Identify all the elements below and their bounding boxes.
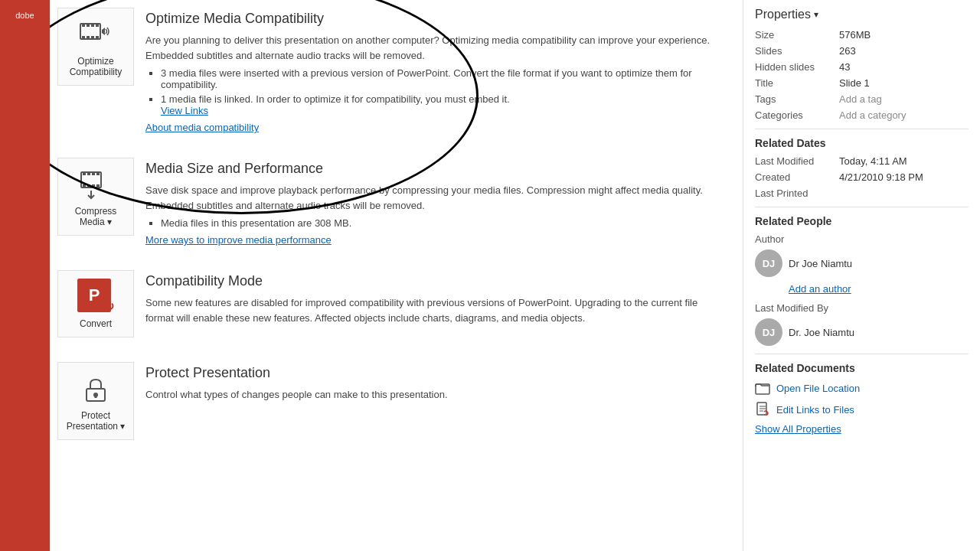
prop-label-hidden: Hidden slides [755, 61, 839, 73]
sidebar: dobe [0, 0, 50, 551]
related-people-title: Related People [755, 215, 969, 227]
show-all-properties-link[interactable]: Show All Properties [755, 423, 969, 435]
prop-value-last-printed [839, 187, 969, 199]
svg-rect-1 [82, 24, 85, 27]
convert-arrow-icon: ↻ [104, 299, 114, 314]
optimize-bullets: 3 media files were inserted with a previ… [161, 67, 720, 116]
view-links-link[interactable]: View Links [161, 105, 208, 116]
prop-value-slides: 263 [839, 45, 969, 57]
compress-button[interactable]: CompressMedia ▾ [57, 158, 134, 236]
properties-title: Properties ▾ [755, 8, 969, 21]
compress-section: CompressMedia ▾ Media Size and Performan… [57, 158, 720, 258]
prop-value-last-modified: Today, 4:11 AM [839, 155, 969, 167]
prop-label-slides: Slides [755, 45, 839, 57]
svg-rect-11 [87, 172, 90, 175]
svg-rect-14 [83, 184, 86, 187]
compress-icon [77, 166, 114, 203]
prop-divider-2 [755, 207, 969, 207]
modifier-name: Dr. Joe Niamtu [789, 327, 854, 338]
svg-rect-16 [92, 184, 95, 187]
protect-section: ProtectPresentation ▾ Protect Presentati… [57, 362, 720, 452]
edit-links-row[interactable]: Edit Links to Files [755, 402, 969, 417]
optimize-icon [77, 16, 114, 53]
svg-rect-15 [87, 184, 90, 187]
prop-value-categories[interactable]: Add a category [839, 109, 969, 121]
svg-rect-6 [87, 36, 90, 39]
prop-divider-1 [755, 129, 969, 129]
prop-label-categories: Categories [755, 109, 839, 121]
modifier-person-row: DJ Dr. Joe Niamtu [755, 318, 969, 346]
compress-bullets: Media files in this presentation are 308… [161, 217, 720, 229]
protect-icon [77, 370, 114, 407]
svg-rect-4 [96, 24, 99, 27]
open-file-location-link[interactable]: Open File Location [776, 383, 860, 394]
svg-rect-10 [83, 172, 86, 175]
svg-rect-20 [95, 395, 97, 398]
convert-button[interactable]: P ↻ Convert [57, 270, 134, 337]
about-media-compatibility-link[interactable]: About media compatibility [145, 122, 259, 133]
protect-icon-label: ProtectPresentation ▾ [67, 410, 126, 432]
convert-description: Some new features are disabled for impro… [145, 295, 720, 325]
prop-row-categories: Categories Add a category [755, 109, 969, 121]
add-author-link[interactable]: Add an author [789, 283, 969, 295]
protect-title: Protect Presentation [145, 365, 720, 381]
related-docs-title: Related Documents [755, 362, 969, 374]
convert-icon: P ↻ [77, 279, 114, 315]
prop-row-author-label: Author [755, 233, 969, 245]
prop-divider-3 [755, 354, 969, 354]
prop-label-author: Author [755, 233, 839, 245]
compress-icon-label: CompressMedia ▾ [75, 206, 117, 227]
protect-description: Control what types of changes people can… [145, 387, 720, 403]
prop-label-modifier: Last Modified By [755, 302, 839, 314]
svg-rect-3 [91, 24, 94, 27]
open-file-location-row[interactable]: Open File Location [755, 380, 969, 396]
related-dates-title: Related Dates [755, 137, 969, 149]
prop-row-modifier-label: Last Modified By [755, 302, 969, 314]
sidebar-app-label: dobe [14, 8, 35, 23]
optimize-content: Optimize Media Compatibility Are you pla… [145, 8, 720, 133]
convert-section: P ↻ Convert Compatibility Mode Some new … [57, 270, 720, 350]
prop-row-last-printed: Last Printed [755, 187, 969, 199]
modifier-avatar: DJ [755, 318, 782, 346]
main-content: OptimizeCompatibility Optimize Media Com… [50, 0, 980, 551]
edit-links-link[interactable]: Edit Links to Files [776, 404, 854, 416]
prop-row-size: Size 576MB [755, 29, 969, 41]
optimize-description: Are you planning to deliver this present… [145, 33, 720, 63]
optimize-button[interactable]: OptimizeCompatibility [57, 8, 134, 86]
svg-rect-7 [91, 36, 94, 39]
svg-rect-8 [96, 36, 99, 39]
prop-label-created: Created [755, 171, 839, 183]
prop-value-size: 576MB [839, 29, 969, 41]
more-ways-link[interactable]: More ways to improve media performance [145, 234, 332, 246]
optimize-icon-label: OptimizeCompatibility [70, 56, 122, 77]
center-panel: OptimizeCompatibility Optimize Media Com… [50, 0, 743, 551]
prop-label-tags: Tags [755, 93, 839, 105]
svg-rect-17 [96, 184, 100, 187]
convert-content: Compatibility Mode Some new features are… [145, 270, 720, 330]
convert-p-icon: P ↻ [77, 279, 111, 312]
svg-rect-12 [92, 172, 95, 175]
prop-value-title: Slide 1 [839, 77, 969, 89]
prop-value-tags[interactable]: Add a tag [839, 93, 969, 105]
author-person-row: DJ Dr Joe Niamtu [755, 249, 969, 277]
optimize-bullet-2: 1 media file is linked. In order to opti… [161, 93, 720, 116]
prop-row-last-modified: Last Modified Today, 4:11 AM [755, 155, 969, 167]
svg-rect-2 [87, 24, 90, 27]
protect-button[interactable]: ProtectPresentation ▾ [57, 362, 134, 440]
prop-value-hidden: 43 [839, 61, 969, 73]
prop-label-size: Size [755, 29, 839, 41]
prop-row-hidden: Hidden slides 43 [755, 61, 969, 73]
author-name: Dr Joe Niamtu [789, 258, 852, 269]
compress-title: Media Size and Performance [145, 161, 720, 177]
convert-icon-label: Convert [80, 318, 112, 329]
optimize-title: Optimize Media Compatibility [145, 11, 720, 27]
prop-row-title: Title Slide 1 [755, 77, 969, 89]
folder-icon [755, 380, 770, 396]
properties-panel: Properties ▾ Size 576MB Slides 263 Hidde… [743, 0, 980, 551]
prop-row-slides: Slides 263 [755, 45, 969, 57]
prop-row-tags: Tags Add a tag [755, 93, 969, 105]
prop-label-last-modified: Last Modified [755, 155, 839, 167]
prop-value-created: 4/21/2010 9:18 PM [839, 171, 969, 183]
protect-content: Protect Presentation Control what types … [145, 362, 720, 407]
svg-rect-5 [82, 36, 85, 39]
